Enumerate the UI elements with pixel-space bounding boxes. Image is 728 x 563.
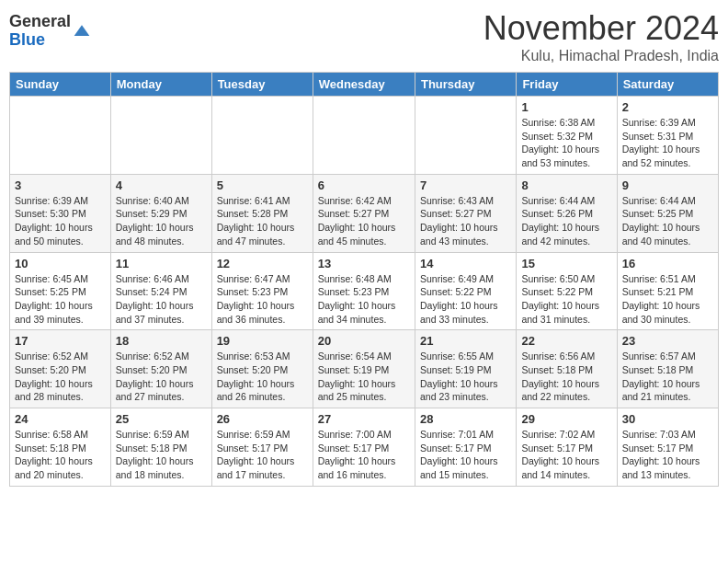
- day-info: Sunrise: 6:40 AM Sunset: 5:29 PM Dayligh…: [116, 194, 207, 248]
- weekday-header-wednesday: Wednesday: [313, 73, 415, 97]
- day-number: 27: [318, 412, 410, 426]
- calendar-cell: [110, 97, 211, 175]
- day-number: 10: [15, 257, 106, 270]
- day-number: 30: [622, 412, 713, 426]
- day-info: Sunrise: 7:01 AM Sunset: 5:17 PM Dayligh…: [420, 428, 511, 482]
- day-info: Sunrise: 7:02 AM Sunset: 5:17 PM Dayligh…: [521, 428, 611, 482]
- day-info: Sunrise: 6:59 AM Sunset: 5:17 PM Dayligh…: [217, 428, 308, 482]
- day-info: Sunrise: 7:03 AM Sunset: 5:17 PM Dayligh…: [622, 428, 713, 482]
- location: Kulu, Himachal Pradesh, India: [483, 48, 719, 64]
- weekday-header-saturday: Saturday: [617, 73, 718, 97]
- day-number: 16: [622, 257, 713, 270]
- calendar-cell: [10, 97, 111, 175]
- day-info: Sunrise: 6:49 AM Sunset: 5:22 PM Dayligh…: [420, 272, 511, 327]
- calendar-cell: 23Sunrise: 6:57 AM Sunset: 5:18 PM Dayli…: [617, 330, 718, 408]
- day-info: Sunrise: 6:54 AM Sunset: 5:19 PM Dayligh…: [318, 350, 410, 404]
- calendar-cell: 2Sunrise: 6:39 AM Sunset: 5:31 PM Daylig…: [617, 97, 718, 175]
- day-number: 24: [15, 412, 106, 426]
- day-info: Sunrise: 6:51 AM Sunset: 5:21 PM Dayligh…: [622, 272, 713, 327]
- calendar-cell: 24Sunrise: 6:58 AM Sunset: 5:18 PM Dayli…: [10, 408, 111, 487]
- day-number: 3: [15, 178, 106, 192]
- day-info: Sunrise: 6:39 AM Sunset: 5:30 PM Dayligh…: [15, 194, 106, 248]
- calendar-cell: 13Sunrise: 6:48 AM Sunset: 5:23 PM Dayli…: [313, 252, 415, 330]
- weekday-header-sunday: Sunday: [10, 73, 111, 97]
- calendar-cell: 15Sunrise: 6:50 AM Sunset: 5:22 PM Dayli…: [517, 252, 617, 330]
- week-row-5: 24Sunrise: 6:58 AM Sunset: 5:18 PM Dayli…: [10, 408, 719, 487]
- day-number: 8: [521, 178, 611, 192]
- day-info: Sunrise: 6:53 AM Sunset: 5:20 PM Dayligh…: [217, 350, 308, 404]
- day-number: 9: [622, 178, 713, 192]
- week-row-4: 17Sunrise: 6:52 AM Sunset: 5:20 PM Dayli…: [10, 330, 719, 408]
- day-number: 29: [521, 412, 611, 426]
- calendar-cell: 14Sunrise: 6:49 AM Sunset: 5:22 PM Dayli…: [415, 252, 516, 330]
- day-number: 19: [217, 334, 308, 348]
- calendar-cell: 19Sunrise: 6:53 AM Sunset: 5:20 PM Dayli…: [211, 330, 313, 408]
- day-number: 13: [318, 257, 410, 270]
- calendar-cell: 16Sunrise: 6:51 AM Sunset: 5:21 PM Dayli…: [617, 252, 718, 330]
- weekday-header-row: SundayMondayTuesdayWednesdayThursdayFrid…: [10, 73, 719, 97]
- calendar-table: SundayMondayTuesdayWednesdayThursdayFrid…: [9, 72, 719, 487]
- day-info: Sunrise: 6:56 AM Sunset: 5:18 PM Dayligh…: [521, 350, 611, 404]
- calendar-cell: 3Sunrise: 6:39 AM Sunset: 5:30 PM Daylig…: [10, 174, 111, 252]
- day-info: Sunrise: 6:52 AM Sunset: 5:20 PM Dayligh…: [15, 350, 106, 404]
- calendar-cell: 6Sunrise: 6:42 AM Sunset: 5:27 PM Daylig…: [313, 174, 415, 252]
- weekday-header-monday: Monday: [110, 73, 211, 97]
- day-number: 4: [116, 178, 207, 192]
- logo: General Blue: [9, 13, 91, 50]
- calendar-cell: 29Sunrise: 7:02 AM Sunset: 5:17 PM Dayli…: [517, 408, 617, 487]
- logo-icon: [73, 22, 91, 40]
- day-info: Sunrise: 6:47 AM Sunset: 5:23 PM Dayligh…: [217, 272, 308, 327]
- calendar-cell: 10Sunrise: 6:45 AM Sunset: 5:25 PM Dayli…: [10, 252, 111, 330]
- weekday-header-tuesday: Tuesday: [211, 73, 313, 97]
- day-number: 17: [15, 334, 106, 348]
- calendar-cell: 5Sunrise: 6:41 AM Sunset: 5:28 PM Daylig…: [211, 174, 313, 252]
- calendar-cell: [313, 97, 415, 175]
- day-info: Sunrise: 6:55 AM Sunset: 5:19 PM Dayligh…: [420, 350, 511, 404]
- day-number: 25: [116, 412, 207, 426]
- day-info: Sunrise: 6:41 AM Sunset: 5:28 PM Dayligh…: [217, 194, 308, 248]
- day-info: Sunrise: 6:44 AM Sunset: 5:26 PM Dayligh…: [521, 194, 611, 248]
- calendar-cell: 28Sunrise: 7:01 AM Sunset: 5:17 PM Dayli…: [415, 408, 516, 487]
- week-row-3: 10Sunrise: 6:45 AM Sunset: 5:25 PM Dayli…: [10, 252, 719, 330]
- calendar-cell: 26Sunrise: 6:59 AM Sunset: 5:17 PM Dayli…: [211, 408, 313, 487]
- calendar-cell: [415, 97, 516, 175]
- day-info: Sunrise: 6:39 AM Sunset: 5:31 PM Dayligh…: [622, 116, 713, 170]
- day-number: 28: [420, 412, 511, 426]
- day-number: 6: [318, 178, 410, 192]
- day-info: Sunrise: 6:48 AM Sunset: 5:23 PM Dayligh…: [318, 272, 410, 327]
- weekday-header-thursday: Thursday: [415, 73, 516, 97]
- calendar-cell: 21Sunrise: 6:55 AM Sunset: 5:19 PM Dayli…: [415, 330, 516, 408]
- day-number: 5: [217, 178, 308, 192]
- day-info: Sunrise: 6:58 AM Sunset: 5:18 PM Dayligh…: [15, 428, 106, 482]
- calendar-cell: 9Sunrise: 6:44 AM Sunset: 5:25 PM Daylig…: [617, 174, 718, 252]
- title-block: November 2024 Kulu, Himachal Pradesh, In…: [483, 9, 719, 64]
- day-number: 12: [217, 257, 308, 270]
- calendar-cell: 27Sunrise: 7:00 AM Sunset: 5:17 PM Dayli…: [313, 408, 415, 487]
- day-info: Sunrise: 6:43 AM Sunset: 5:27 PM Dayligh…: [420, 194, 511, 248]
- week-row-2: 3Sunrise: 6:39 AM Sunset: 5:30 PM Daylig…: [10, 174, 719, 252]
- day-info: Sunrise: 6:46 AM Sunset: 5:24 PM Dayligh…: [116, 272, 207, 327]
- svg-marker-0: [74, 25, 90, 36]
- header: General Blue November 2024 Kulu, Himacha…: [9, 9, 719, 64]
- calendar-cell: 20Sunrise: 6:54 AM Sunset: 5:19 PM Dayli…: [313, 330, 415, 408]
- calendar-cell: 18Sunrise: 6:52 AM Sunset: 5:20 PM Dayli…: [110, 330, 211, 408]
- day-number: 26: [217, 412, 308, 426]
- day-number: 2: [622, 100, 713, 114]
- day-info: Sunrise: 6:42 AM Sunset: 5:27 PM Dayligh…: [318, 194, 410, 248]
- logo-blue: Blue: [9, 30, 45, 49]
- calendar-cell: [211, 97, 313, 175]
- logo-general: General: [9, 12, 71, 30]
- calendar-cell: 7Sunrise: 6:43 AM Sunset: 5:27 PM Daylig…: [415, 174, 516, 252]
- day-info: Sunrise: 6:38 AM Sunset: 5:32 PM Dayligh…: [521, 116, 611, 170]
- day-number: 20: [318, 334, 410, 348]
- calendar-cell: 12Sunrise: 6:47 AM Sunset: 5:23 PM Dayli…: [211, 252, 313, 330]
- day-info: Sunrise: 7:00 AM Sunset: 5:17 PM Dayligh…: [318, 428, 410, 482]
- calendar-cell: 11Sunrise: 6:46 AM Sunset: 5:24 PM Dayli…: [110, 252, 211, 330]
- day-number: 23: [622, 334, 713, 348]
- day-number: 7: [420, 178, 511, 192]
- day-number: 18: [116, 334, 207, 348]
- day-info: Sunrise: 6:59 AM Sunset: 5:18 PM Dayligh…: [116, 428, 207, 482]
- weekday-header-friday: Friday: [517, 73, 617, 97]
- day-number: 15: [521, 257, 611, 270]
- calendar-cell: 1Sunrise: 6:38 AM Sunset: 5:32 PM Daylig…: [517, 97, 617, 175]
